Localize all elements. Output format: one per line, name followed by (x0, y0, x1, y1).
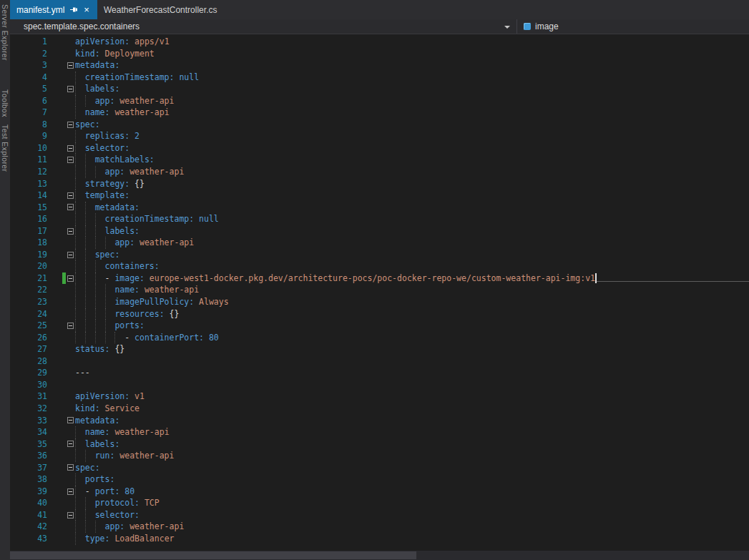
code-line[interactable]: 24resources: {} (10, 308, 749, 320)
rail-item-server-explorer[interactable]: Server Explorer (1, 4, 9, 61)
gutter-spacer (47, 83, 62, 95)
horizontal-scrollbar[interactable] (10, 551, 749, 560)
code-line[interactable]: 26- containerPort: 80 (10, 332, 749, 344)
fold-margin (66, 415, 75, 427)
gutter-spacer (47, 426, 62, 438)
code-line[interactable]: 27status: {} (10, 343, 749, 355)
fold-toggle[interactable] (67, 192, 74, 199)
fold-toggle[interactable] (67, 204, 74, 210)
code-line[interactable]: 9replicas: 2 (10, 130, 749, 142)
code-line[interactable]: 11matchLabels: (10, 154, 749, 166)
member-dropdown[interactable]: image (517, 19, 749, 34)
code-line[interactable]: 42app: weather-api (10, 521, 749, 533)
code-token: --- (75, 367, 90, 379)
code-line-content: containers: (75, 260, 749, 272)
code-line-content: metadata: (75, 202, 749, 214)
fold-toggle[interactable] (67, 464, 74, 471)
code-line[interactable]: 39- port: 80 (10, 486, 749, 498)
fold-toggle[interactable] (67, 145, 74, 152)
line-number: 28 (10, 355, 47, 368)
indent-guide (75, 509, 85, 521)
code-token: labels: (85, 83, 119, 95)
code-line[interactable]: 28 (10, 355, 749, 368)
code-line[interactable]: 35labels: (10, 438, 749, 451)
code-line[interactable]: 13strategy: {} (10, 178, 749, 190)
fold-toggle[interactable] (67, 512, 74, 519)
fold-toggle[interactable] (67, 86, 74, 92)
fold-toggle[interactable] (67, 417, 74, 423)
code-line[interactable]: 23imagePullPolicy: Always (10, 296, 749, 308)
code-line[interactable]: 12app: weather-api (10, 166, 749, 178)
fold-toggle[interactable] (67, 488, 74, 495)
line-number: 4 (10, 72, 47, 84)
scope-dropdown[interactable]: spec.template.spec.containers (10, 19, 517, 34)
code-line[interactable]: 31apiVersion: v1 (10, 390, 749, 403)
code-token: TCP (145, 497, 160, 509)
pin-icon[interactable] (69, 5, 79, 14)
code-line[interactable]: 37spec: (10, 462, 749, 474)
code-line[interactable]: 32kind: Service (10, 403, 749, 415)
code-line[interactable]: 17labels: (10, 225, 749, 237)
line-number: 19 (10, 249, 47, 261)
code-line[interactable]: 2kind: Deployment (10, 48, 749, 60)
code-line[interactable]: 3metadata: (10, 59, 749, 72)
fold-toggle[interactable] (67, 62, 74, 69)
code-line[interactable]: 33metadata: (10, 415, 749, 427)
fold-margin (66, 154, 75, 166)
fold-toggle[interactable] (67, 252, 74, 258)
code-line[interactable]: 25ports: (10, 320, 749, 332)
gutter-spacer (47, 225, 62, 237)
code-line[interactable]: 41selector: (10, 509, 749, 521)
code-line[interactable]: 6app: weather-api (10, 95, 749, 107)
code-line[interactable]: 16creationTimestamp: null (10, 213, 749, 225)
code-line[interactable]: 30 (10, 379, 749, 391)
code-line[interactable]: 19spec: (10, 249, 749, 261)
scrollbar-thumb[interactable] (10, 551, 416, 559)
code-line-content: type: LoadBalancer (75, 533, 749, 545)
code-line[interactable]: 10selector: (10, 142, 749, 154)
code-line[interactable]: 22name: weather-api (10, 284, 749, 296)
code-line[interactable]: 14template: (10, 190, 749, 202)
code-line-content: - containerPort: 80 (75, 332, 749, 344)
code-editor[interactable]: 1apiVersion: apps/v12kind: Deployment3me… (10, 34, 749, 551)
code-line[interactable]: 20containers: (10, 260, 749, 272)
code-line[interactable]: 34name: weather-api (10, 426, 749, 438)
fold-toggle[interactable] (67, 122, 74, 128)
code-line[interactable]: 21- image: europe-west1-docker.pkg.dev/a… (10, 272, 749, 285)
tab-manifest-yml[interactable]: manifest.yml × (10, 0, 97, 19)
code-line[interactable]: 36run: weather-api (10, 450, 749, 462)
code-line[interactable]: 18app: weather-api (10, 237, 749, 249)
rail-item-test-explorer[interactable]: Test Explorer (1, 124, 9, 172)
code-line-content: --- (75, 367, 749, 379)
fold-toggle[interactable] (67, 441, 74, 447)
code-line[interactable]: 40protocol: TCP (10, 497, 749, 509)
fold-toggle[interactable] (67, 228, 74, 235)
code-token: ports: (85, 473, 115, 486)
editor-group: manifest.yml × WeatherForecastController… (10, 0, 749, 560)
fold-toggle[interactable] (67, 275, 74, 282)
code-line-content: ports: (75, 473, 749, 486)
code-token: weather-api (145, 284, 199, 296)
fold-toggle[interactable] (67, 157, 74, 163)
code-line[interactable]: 1apiVersion: apps/v1 (10, 36, 749, 48)
rail-item-toolbox[interactable]: Toolbox (1, 89, 9, 117)
code-line[interactable]: 29--- (10, 367, 749, 379)
code-line[interactable]: 4creationTimestamp: null (10, 72, 749, 84)
gutter-spacer (47, 296, 62, 308)
line-number: 35 (10, 438, 47, 451)
code-line[interactable]: 7name: weather-api (10, 107, 749, 119)
code-line-content: selector: (75, 142, 749, 154)
code-line-content: apiVersion: v1 (75, 390, 749, 403)
code-line[interactable]: 5labels: (10, 83, 749, 95)
code-line[interactable]: 15metadata: (10, 202, 749, 214)
gutter-spacer (47, 202, 62, 214)
close-icon[interactable]: × (82, 5, 91, 14)
fold-toggle[interactable] (67, 323, 74, 329)
tab-weatherforecastcontroller-cs[interactable]: WeatherForecastController.cs (97, 0, 224, 19)
code-line[interactable]: 38ports: (10, 473, 749, 486)
indent-guide (105, 320, 115, 332)
code-line[interactable]: 43type: LoadBalancer (10, 533, 749, 545)
code-line[interactable]: 8spec: (10, 119, 749, 131)
indent-guide (85, 296, 95, 308)
line-number: 37 (10, 462, 47, 474)
